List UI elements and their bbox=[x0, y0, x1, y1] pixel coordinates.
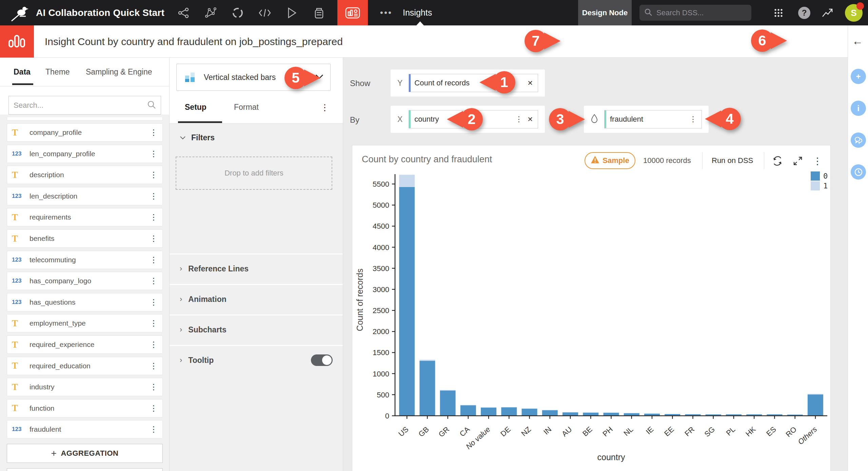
tab-format[interactable]: Format bbox=[234, 91, 259, 123]
column-menu-icon[interactable]: ⋮ bbox=[150, 234, 158, 243]
code-icon[interactable] bbox=[256, 4, 274, 22]
trend-icon[interactable] bbox=[818, 0, 837, 25]
column-menu-icon[interactable]: ⋮ bbox=[150, 212, 158, 222]
column-search[interactable] bbox=[8, 96, 161, 115]
chart-menu-icon[interactable]: ⋮ bbox=[811, 154, 824, 168]
collapse-panel-icon[interactable]: ← bbox=[852, 35, 863, 47]
info-icon[interactable]: i bbox=[851, 101, 866, 116]
dashboards-icon-active[interactable] bbox=[337, 0, 368, 25]
sample-warning-badge[interactable]: Sample bbox=[585, 152, 635, 169]
column-menu-icon[interactable]: ⋮ bbox=[150, 319, 158, 328]
flow-icon[interactable] bbox=[175, 4, 192, 22]
column-label: employment_type bbox=[29, 319, 150, 327]
text-type-icon: T bbox=[12, 170, 29, 180]
column-item-telecommuting[interactable]: 123telecommuting⋮ bbox=[7, 251, 163, 269]
section-reference-lines[interactable]: ›Reference Lines bbox=[170, 253, 343, 283]
column-item-company_profile[interactable]: Tcompany_profile⋮ bbox=[7, 123, 163, 142]
column-menu-icon[interactable]: ⋮ bbox=[150, 191, 158, 201]
analysis-icon[interactable] bbox=[202, 4, 219, 22]
more-icon[interactable]: ••• bbox=[377, 4, 395, 22]
svg-text:DE: DE bbox=[499, 425, 512, 438]
tab-setup[interactable]: Setup bbox=[185, 91, 206, 123]
expand-icon[interactable] bbox=[791, 154, 805, 168]
column-menu-icon[interactable]: ⋮ bbox=[150, 382, 158, 392]
panel-tabs: Setup Format ⋮ bbox=[170, 91, 343, 124]
column-item-len_description[interactable]: 123len_description⋮ bbox=[7, 187, 163, 205]
column-item-has_company_logo[interactable]: 123has_company_logo⋮ bbox=[7, 272, 163, 290]
project-title[interactable]: AI Collaboration Quick Start bbox=[36, 0, 164, 25]
run-on-dss-button[interactable]: Run on DSS bbox=[712, 156, 753, 165]
tooltip-toggle[interactable] bbox=[311, 354, 333, 366]
add-hierarchy-button[interactable]: + HIERARCHY bbox=[7, 468, 163, 471]
column-item-len_company_profile[interactable]: 123len_company_profile⋮ bbox=[7, 145, 163, 163]
column-label: len_company_profile bbox=[29, 150, 150, 158]
dss-search[interactable] bbox=[639, 5, 751, 21]
breakdown-dimension-pill[interactable]: fraudulent ⋮ bbox=[604, 110, 702, 128]
column-item-employment_type[interactable]: Temployment_type⋮ bbox=[7, 314, 163, 332]
column-item-required_experience[interactable]: Trequired_experience⋮ bbox=[7, 335, 163, 354]
column-menu-icon[interactable]: ⋮ bbox=[150, 404, 158, 413]
column-item-industry[interactable]: Tindustry⋮ bbox=[7, 378, 163, 396]
column-menu-icon[interactable]: ⋮ bbox=[150, 149, 158, 159]
column-menu-icon[interactable]: ⋮ bbox=[150, 276, 158, 286]
dss-search-input[interactable] bbox=[656, 8, 741, 17]
svg-text:Count of records: Count of records bbox=[355, 269, 364, 331]
dimension-menu-icon[interactable]: ⋮ bbox=[689, 115, 697, 124]
annotation-badge-7: 7 bbox=[525, 30, 547, 52]
remove-measure-icon[interactable]: ✕ bbox=[527, 79, 533, 87]
column-item-required_education[interactable]: Trequired_education⋮ bbox=[7, 357, 163, 375]
column-item-has_questions[interactable]: 123has_questions⋮ bbox=[7, 293, 163, 311]
column-item-function[interactable]: Tfunction⋮ bbox=[7, 399, 163, 417]
sidebar-tabs: Data Theme Sampling & Engine bbox=[0, 58, 169, 86]
column-menu-icon[interactable]: ⋮ bbox=[150, 425, 158, 434]
filters-dropzone[interactable]: Drop to add filters bbox=[176, 157, 332, 190]
dataiku-bird-logo-icon[interactable] bbox=[10, 3, 30, 24]
section-animation[interactable]: ›Animation bbox=[170, 284, 343, 313]
design-node-button[interactable]: Design Node bbox=[578, 0, 632, 25]
column-item-fraudulent[interactable]: 123fraudulent⋮ bbox=[7, 420, 163, 438]
svg-text:AU: AU bbox=[560, 425, 573, 438]
column-menu-icon[interactable]: ⋮ bbox=[150, 170, 158, 180]
y-measure-pill[interactable]: Count of records ✕ bbox=[409, 74, 538, 92]
svg-text:3500: 3500 bbox=[373, 264, 389, 273]
column-menu-icon[interactable]: ⋮ bbox=[150, 361, 158, 371]
dimension-menu-icon[interactable]: ⋮ bbox=[515, 115, 522, 124]
stacked-bar-chart[interactable]: 0500100015002000250030003500400045005000… bbox=[353, 169, 827, 471]
column-label: telecommuting bbox=[29, 256, 150, 264]
svg-text:IN: IN bbox=[542, 425, 553, 436]
discussions-icon[interactable] bbox=[851, 132, 866, 148]
user-avatar[interactable]: S bbox=[845, 4, 863, 22]
column-item-requirements[interactable]: Trequirements⋮ bbox=[7, 208, 163, 226]
apps-grid-icon[interactable] bbox=[769, 0, 788, 25]
record-count: 10000 records bbox=[643, 156, 691, 165]
column-label: industry bbox=[29, 383, 150, 391]
remove-dimension-icon[interactable]: ✕ bbox=[527, 115, 533, 123]
help-icon[interactable]: ? bbox=[795, 0, 814, 25]
svg-text:1000: 1000 bbox=[373, 370, 389, 378]
numeric-type-icon: 123 bbox=[12, 150, 29, 157]
catalog-icon[interactable] bbox=[310, 4, 328, 22]
section-subcharts[interactable]: ›Subcharts bbox=[170, 314, 343, 344]
column-item-benefits[interactable]: Tbenefits⋮ bbox=[7, 229, 163, 248]
column-search-input[interactable] bbox=[14, 101, 147, 110]
tab-theme[interactable]: Theme bbox=[45, 58, 70, 86]
column-menu-icon[interactable]: ⋮ bbox=[150, 128, 158, 137]
chevron-right-icon: › bbox=[180, 264, 182, 273]
column-item-description[interactable]: Tdescription⋮ bbox=[7, 166, 163, 184]
tab-data[interactable]: Data bbox=[14, 58, 31, 86]
warning-triangle-icon bbox=[591, 156, 599, 166]
recipes-icon[interactable] bbox=[229, 4, 246, 22]
x-axis-letter: X bbox=[397, 115, 402, 124]
section-tooltip[interactable]: ›Tooltip bbox=[170, 345, 343, 374]
add-aggregation-button[interactable]: + AGGREGATION bbox=[7, 444, 163, 463]
filters-section-header[interactable]: Filters bbox=[180, 133, 215, 142]
panel-menu-icon[interactable]: ⋮ bbox=[320, 102, 329, 113]
history-clock-icon[interactable] bbox=[851, 164, 866, 180]
add-icon[interactable]: + bbox=[851, 69, 866, 84]
column-menu-icon[interactable]: ⋮ bbox=[150, 298, 158, 307]
column-menu-icon[interactable]: ⋮ bbox=[150, 255, 158, 265]
refresh-icon[interactable] bbox=[771, 154, 784, 168]
tab-sampling-engine[interactable]: Sampling & Engine bbox=[86, 58, 152, 86]
column-menu-icon[interactable]: ⋮ bbox=[150, 340, 158, 349]
jobs-icon[interactable] bbox=[283, 4, 301, 22]
